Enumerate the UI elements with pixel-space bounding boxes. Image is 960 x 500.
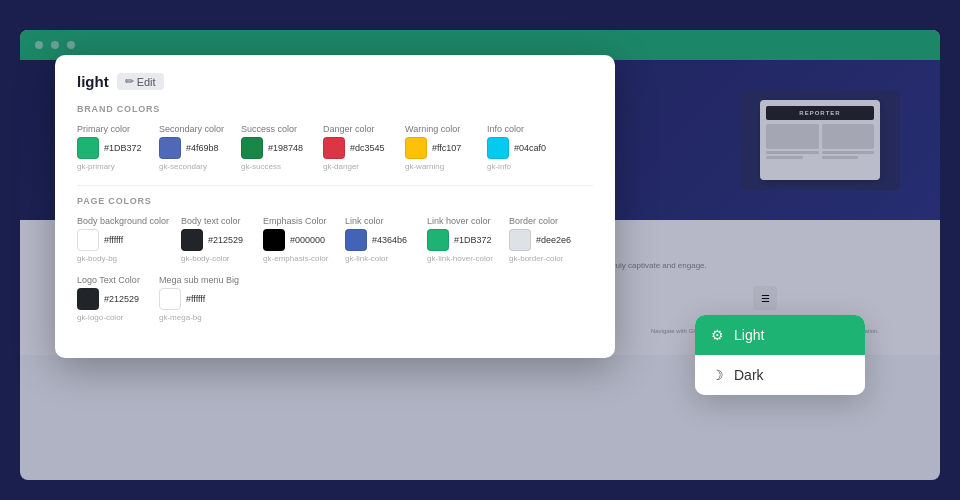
brand-color-swatch-3[interactable] (323, 137, 345, 159)
page-color-label-0: Body background color (77, 216, 169, 226)
brand-color-label-2: Success color (241, 124, 311, 134)
page-color-label-2: Emphasis Color (263, 216, 333, 226)
nav-dot-3 (67, 41, 75, 49)
page-color-swatch-row-3: #4364b6 (345, 229, 415, 251)
brand-color-swatch-row-4: #ffc107 (405, 137, 475, 159)
nav-dot-2 (51, 41, 59, 49)
page-color-swatch-2[interactable] (263, 229, 285, 251)
newspaper-col-right (822, 124, 875, 159)
brand-color-label-1: Secondary color (159, 124, 229, 134)
newspaper-image (766, 124, 819, 149)
brand-color-swatch-row-0: #1DB372 (77, 137, 147, 159)
brand-color-swatch-row-1: #4f69b8 (159, 137, 229, 159)
theme-option-dark[interactable]: ☽ Dark (695, 355, 865, 395)
page-color-item-5[interactable]: Border color #dee2e6 gk-border-color (509, 216, 579, 263)
page-color-label-5: Border color (509, 216, 579, 226)
brand-color-var-1: gk-secondary (159, 162, 229, 171)
page-color-swatch-3[interactable] (345, 229, 367, 251)
newspaper-col-left (766, 124, 819, 159)
page-color-var-6: gk-logo-color (77, 313, 147, 322)
light-theme-icon: ⚙ (711, 327, 724, 343)
brand-color-var-0: gk-primary (77, 162, 147, 171)
page-color-swatch-4[interactable] (427, 229, 449, 251)
brand-color-swatch-row-2: #198748 (241, 137, 311, 159)
page-colors-label: PAGE COLORS (77, 196, 593, 206)
brand-color-hex-5: #04caf0 (514, 143, 546, 153)
newspaper-mockup: REPORTER (760, 100, 880, 180)
page-color-label-7: Mega sub menu Big (159, 275, 239, 285)
edit-button[interactable]: ✏ Edit (117, 73, 164, 90)
page-color-item-2[interactable]: Emphasis Color #000000 gk-emphasis-color (263, 216, 333, 263)
divider (77, 185, 593, 186)
page-color-var-4: gk-link-hover-color (427, 254, 497, 263)
page-color-item-0[interactable]: Body background color #ffffff gk-body-bg (77, 216, 169, 263)
brand-color-label-5: Info color (487, 124, 557, 134)
page-color-item-1[interactable]: Body text color #212529 gk-body-color (181, 216, 251, 263)
page-color-swatch-0[interactable] (77, 229, 99, 251)
page-color-hex-5: #dee2e6 (536, 235, 571, 245)
page-colors-grid: Body background color #ffffff gk-body-bg… (77, 216, 593, 322)
page-color-var-0: gk-body-bg (77, 254, 169, 263)
dark-theme-icon: ☽ (711, 367, 724, 383)
panel-header: light ✏ Edit (77, 73, 593, 90)
newspaper-text-line-3 (822, 151, 875, 154)
newspaper-text-line-1 (766, 151, 819, 154)
page-color-swatch-5[interactable] (509, 229, 531, 251)
page-color-label-3: Link color (345, 216, 415, 226)
page-color-swatch-6[interactable] (77, 288, 99, 310)
page-color-item-7[interactable]: Mega sub menu Big #ffffff gk-mega-bg (159, 275, 239, 322)
dark-theme-label: Dark (734, 367, 764, 383)
panel-title: light (77, 73, 109, 90)
page-color-item-4[interactable]: Link hover color #1DB372 gk-link-hover-c… (427, 216, 497, 263)
brand-color-swatch-5[interactable] (487, 137, 509, 159)
page-color-var-7: gk-mega-bg (159, 313, 239, 322)
newspaper-title: REPORTER (799, 110, 840, 116)
brand-color-hex-0: #1DB372 (104, 143, 142, 153)
brand-color-hex-2: #198748 (268, 143, 303, 153)
brand-color-var-3: gk-danger (323, 162, 393, 171)
page-color-var-3: gk-link-color (345, 254, 415, 263)
page-color-label-6: Logo Text Color (77, 275, 147, 285)
brand-color-item-2[interactable]: Success color #198748 gk-success (241, 124, 311, 171)
brand-color-swatch-4[interactable] (405, 137, 427, 159)
theme-dropdown: ⚙ Light ☽ Dark (695, 315, 865, 395)
brand-color-hex-1: #4f69b8 (186, 143, 219, 153)
brand-color-item-4[interactable]: Warning color #ffc107 gk-warning (405, 124, 475, 171)
page-color-label-1: Body text color (181, 216, 251, 226)
brand-color-swatch-row-3: #dc3545 (323, 137, 393, 159)
brand-color-item-0[interactable]: Primary color #1DB372 gk-primary (77, 124, 147, 171)
brand-color-swatch-1[interactable] (159, 137, 181, 159)
page-color-var-5: gk-border-color (509, 254, 579, 263)
page-color-var-2: gk-emphasis-color (263, 254, 333, 263)
brand-color-label-4: Warning color (405, 124, 475, 134)
brand-color-swatch-0[interactable] (77, 137, 99, 159)
page-color-swatch-7[interactable] (159, 288, 181, 310)
brand-color-swatch-row-5: #04caf0 (487, 137, 557, 159)
brand-colors-grid: Primary color #1DB372 gk-primary Seconda… (77, 124, 593, 171)
color-panel: light ✏ Edit BRAND COLORS Primary color … (55, 55, 615, 358)
theme-option-light[interactable]: ⚙ Light (695, 315, 865, 355)
page-color-hex-4: #1DB372 (454, 235, 492, 245)
edit-label: Edit (137, 76, 156, 88)
hero-image: REPORTER (740, 90, 900, 190)
page-color-swatch-row-7: #ffffff (159, 288, 239, 310)
page-color-hex-2: #000000 (290, 235, 325, 245)
brand-color-item-3[interactable]: Danger color #dc3545 gk-danger (323, 124, 393, 171)
page-color-hex-7: #ffffff (186, 294, 205, 304)
page-color-swatch-row-5: #dee2e6 (509, 229, 579, 251)
brand-color-hex-3: #dc3545 (350, 143, 385, 153)
page-color-hex-6: #212529 (104, 294, 139, 304)
brand-color-label-0: Primary color (77, 124, 147, 134)
page-color-item-6[interactable]: Logo Text Color #212529 gk-logo-color (77, 275, 147, 322)
page-color-label-4: Link hover color (427, 216, 497, 226)
page-color-swatch-row-2: #000000 (263, 229, 333, 251)
brand-color-item-5[interactable]: Info color #04caf0 gk-info (487, 124, 557, 171)
brand-color-swatch-2[interactable] (241, 137, 263, 159)
brand-color-hex-4: #ffc107 (432, 143, 461, 153)
page-color-swatch-row-0: #ffffff (77, 229, 169, 251)
page-color-item-3[interactable]: Link color #4364b6 gk-link-color (345, 216, 415, 263)
page-color-swatch-row-4: #1DB372 (427, 229, 497, 251)
newspaper-image-2 (822, 124, 875, 149)
brand-color-item-1[interactable]: Secondary color #4f69b8 gk-secondary (159, 124, 229, 171)
page-color-swatch-1[interactable] (181, 229, 203, 251)
